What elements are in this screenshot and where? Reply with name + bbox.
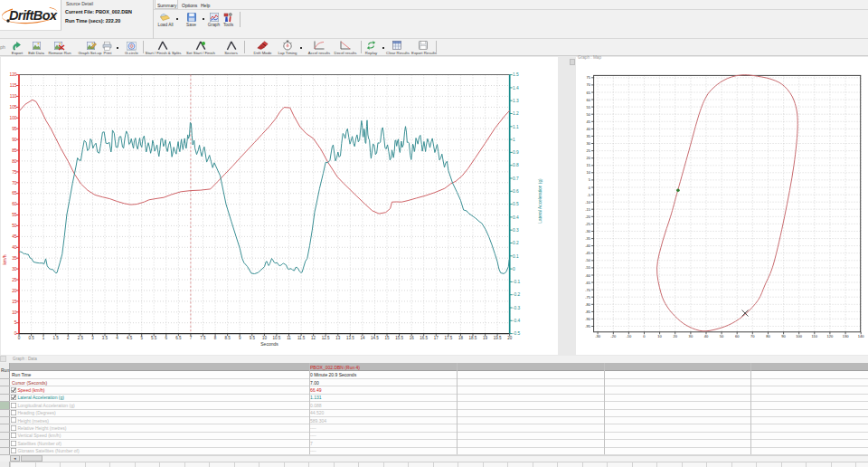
svg-text:60: 60 xyxy=(12,202,17,206)
svg-text:45: 45 xyxy=(12,234,17,239)
svg-text:-80: -80 xyxy=(585,302,591,307)
svg-text:15: 15 xyxy=(384,336,390,340)
svg-text:20: 20 xyxy=(507,336,513,340)
svg-text:25: 25 xyxy=(12,278,17,282)
svg-text:25: 25 xyxy=(587,148,591,153)
svg-text:140: 140 xyxy=(858,334,865,338)
svg-text:0.8: 0.8 xyxy=(513,163,519,167)
svg-text:9: 9 xyxy=(239,336,241,340)
svg-text:19.5: 19.5 xyxy=(494,336,502,340)
svg-text:1.2: 1.2 xyxy=(513,111,519,116)
svg-text:105: 105 xyxy=(9,105,16,110)
svg-text:4: 4 xyxy=(116,336,118,340)
svg-text:9.5: 9.5 xyxy=(250,336,256,340)
svg-text:130: 130 xyxy=(843,334,850,338)
svg-text:14.5: 14.5 xyxy=(371,336,379,340)
svg-text:60: 60 xyxy=(735,334,740,338)
svg-text:0.2: 0.2 xyxy=(513,241,519,245)
svg-text:75: 75 xyxy=(587,75,591,80)
svg-text:100: 100 xyxy=(9,116,16,120)
svg-text:10: 10 xyxy=(657,334,662,338)
svg-text:-0.4: -0.4 xyxy=(513,319,521,323)
svg-text:-95: -95 xyxy=(585,324,591,329)
svg-text:-50: -50 xyxy=(585,258,591,262)
svg-text:20: 20 xyxy=(673,334,677,338)
svg-text:3: 3 xyxy=(91,336,94,340)
svg-text:17.5: 17.5 xyxy=(445,336,453,340)
svg-text:15: 15 xyxy=(587,163,591,167)
svg-text:0.9: 0.9 xyxy=(513,150,519,155)
svg-text:115: 115 xyxy=(10,83,17,88)
svg-text:10: 10 xyxy=(12,310,17,315)
svg-text:-30: -30 xyxy=(585,229,591,234)
svg-text:-10: -10 xyxy=(626,334,632,338)
svg-text:100: 100 xyxy=(796,334,803,338)
svg-text:70: 70 xyxy=(587,82,591,87)
svg-text:6.5: 6.5 xyxy=(175,336,182,340)
svg-text:35: 35 xyxy=(587,134,591,138)
svg-text:55: 55 xyxy=(12,213,17,217)
svg-text:0.5: 0.5 xyxy=(513,202,519,206)
svg-text:75: 75 xyxy=(12,170,17,175)
svg-text:0.7: 0.7 xyxy=(513,176,519,181)
svg-text:-70: -70 xyxy=(585,288,591,292)
svg-text:-5: -5 xyxy=(587,193,590,197)
svg-text:55: 55 xyxy=(587,105,591,110)
svg-text:14: 14 xyxy=(360,336,365,340)
svg-text:20: 20 xyxy=(12,289,17,293)
svg-text:-20: -20 xyxy=(610,334,617,338)
svg-text:80: 80 xyxy=(766,334,770,338)
svg-text:18.5: 18.5 xyxy=(469,336,477,340)
svg-text:Lateral Acceleration (g): Lateral Acceleration (g) xyxy=(538,178,542,224)
svg-text:1: 1 xyxy=(42,336,45,340)
svg-text:80: 80 xyxy=(12,159,17,164)
svg-text:-60: -60 xyxy=(585,273,591,278)
svg-text:30: 30 xyxy=(587,141,591,146)
svg-text:0.6: 0.6 xyxy=(513,189,519,194)
svg-text:110: 110 xyxy=(812,334,818,338)
svg-text:12.5: 12.5 xyxy=(322,336,330,340)
svg-text:30: 30 xyxy=(12,267,17,272)
svg-text:-0.3: -0.3 xyxy=(513,306,521,310)
svg-text:90: 90 xyxy=(12,138,17,142)
svg-text:2: 2 xyxy=(67,336,70,340)
svg-text:-15: -15 xyxy=(585,207,591,212)
svg-text:-20: -20 xyxy=(585,214,591,219)
svg-text:15: 15 xyxy=(12,300,17,304)
svg-text:-35: -35 xyxy=(585,236,591,241)
svg-text:2.5: 2.5 xyxy=(78,336,84,340)
svg-text:0: 0 xyxy=(589,186,591,190)
svg-text:0: 0 xyxy=(18,336,21,340)
svg-text:110: 110 xyxy=(10,94,17,99)
svg-text:19: 19 xyxy=(483,336,488,340)
svg-text:-10: -10 xyxy=(585,200,591,205)
svg-text:5.5: 5.5 xyxy=(151,336,157,340)
svg-text:70: 70 xyxy=(750,334,755,338)
svg-text:-65: -65 xyxy=(585,281,591,285)
svg-text:Seconds: Seconds xyxy=(260,341,278,347)
svg-text:-0.2: -0.2 xyxy=(513,292,521,297)
svg-text:6: 6 xyxy=(165,336,168,340)
svg-text:120: 120 xyxy=(9,72,16,77)
svg-text:50: 50 xyxy=(720,334,724,338)
svg-text:0: 0 xyxy=(643,334,646,338)
svg-text:1.5: 1.5 xyxy=(513,72,519,77)
svg-text:4.5: 4.5 xyxy=(127,336,133,340)
svg-text:16.5: 16.5 xyxy=(420,336,428,340)
svg-text:1.5: 1.5 xyxy=(53,336,60,340)
svg-text:30: 30 xyxy=(689,334,693,338)
svg-text:7: 7 xyxy=(190,336,193,340)
svg-text:5: 5 xyxy=(589,177,591,182)
svg-text:7.5: 7.5 xyxy=(200,336,206,340)
svg-text:17: 17 xyxy=(434,336,439,340)
svg-text:90: 90 xyxy=(781,334,786,338)
svg-text:40: 40 xyxy=(704,334,709,338)
svg-text:-55: -55 xyxy=(585,265,591,270)
svg-text:11: 11 xyxy=(287,336,291,340)
svg-text:0: 0 xyxy=(14,331,17,336)
svg-text:60: 60 xyxy=(587,98,591,102)
svg-text:16: 16 xyxy=(410,336,415,340)
svg-text:65: 65 xyxy=(587,91,591,95)
svg-text:65: 65 xyxy=(12,191,17,195)
svg-text:-75: -75 xyxy=(585,295,591,300)
